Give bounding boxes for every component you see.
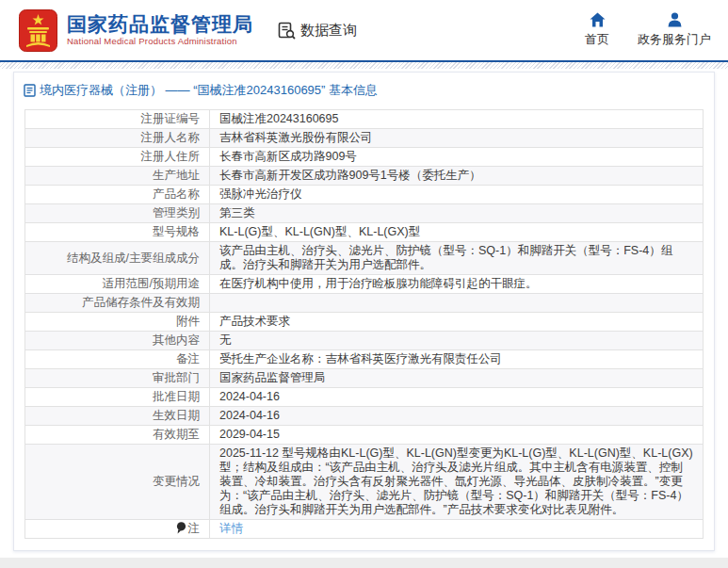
row-label-text: 型号规格 <box>153 225 200 238</box>
table-row: 备注受托生产企业名称：吉林省科英医疗激光有限责任公司 <box>25 350 704 369</box>
row-value-text: 2024-04-16 <box>219 409 280 422</box>
data-query-entry[interactable]: 数据查询 <box>278 22 357 40</box>
row-value-text: 国械注准20243160695 <box>219 112 338 125</box>
row-label-text: 产品名称 <box>153 187 200 201</box>
row-label-text: 其他内容 <box>153 333 200 347</box>
nav-home-label: 首页 <box>585 31 609 48</box>
row-value-text: 强脉冲光治疗仪 <box>219 187 302 201</box>
row-value: 受托生产企业名称：吉林省科英医疗激光有限责任公司 <box>210 350 704 369</box>
table-row: 注册人住所长春市高新区成功路909号 <box>25 148 704 167</box>
table-row: 产品名称强脉冲光治疗仪 <box>25 186 704 204</box>
row-label: 结构及组成/主要组成成分 <box>25 242 210 275</box>
org-titles: 国家药品监督管理局 National Medical Products Admi… <box>67 13 253 47</box>
row-label: 适用范围/预期用途 <box>25 275 210 294</box>
breadcrumb-text: 境内医疗器械（注册） —— “国械注准20243160695” 基本信息 <box>40 82 378 99</box>
row-value-text: 第三类 <box>219 206 255 219</box>
doc-search-icon <box>278 22 296 40</box>
row-label-text: 生产地址 <box>153 169 200 182</box>
header: 国家药品监督管理局 National Medical Products Admi… <box>0 0 728 60</box>
row-label: 其他内容 <box>25 332 210 350</box>
nav-item-portal[interactable]: 政务服务门户 <box>638 12 711 48</box>
row-value: 长春市高新开发区成功路909号1号楼（委托生产） <box>210 167 704 186</box>
table-row: 有效期至2029-04-15 <box>25 426 704 445</box>
top-nav: 首页 政务服务门户 <box>557 12 711 48</box>
table-row: 注册证编号国械注准20243160695 <box>25 110 704 129</box>
row-label-text: 注册人名称 <box>141 131 201 144</box>
row-label: 管理类别 <box>25 204 210 223</box>
table-row: 附件产品技术要求 <box>25 313 704 332</box>
data-query-label: 数据查询 <box>300 22 357 40</box>
row-label-text: 注 <box>188 522 201 535</box>
row-label: 注册人名称 <box>25 129 210 148</box>
row-value: 2025-11-12 型号规格由KL-L(G)型、KL-L(GN)型变更为KL-… <box>210 445 704 520</box>
table-row: 批准日期2024-04-16 <box>25 388 704 407</box>
user-icon <box>667 12 683 27</box>
row-value-text: 国家药品监督管理局 <box>219 371 326 384</box>
row-value: 详情 <box>210 520 704 539</box>
table-row: 型号规格KL-L(G)型、KL-L(GN)型、KL-L(GX)型 <box>25 223 704 242</box>
row-value: 无 <box>210 332 704 350</box>
row-value-text: 在医疗机构中使用，用于治疗睑板腺功能障碍引起的干眼症。 <box>219 277 538 290</box>
table-row: 注册人名称吉林省科英激光股份有限公司 <box>25 129 704 148</box>
nav-portal-label: 政务服务门户 <box>638 31 711 48</box>
row-value-text: 无 <box>219 333 232 347</box>
row-value: 国家药品监督管理局 <box>210 369 704 388</box>
row-label-text: 结构及组成/主要组成成分 <box>67 252 200 265</box>
row-value: 长春市高新区成功路909号 <box>210 148 704 167</box>
row-value: 吉林省科英激光股份有限公司 <box>210 129 704 148</box>
row-value: 强脉冲光治疗仪 <box>210 186 704 204</box>
row-label: 注册证编号 <box>25 110 210 129</box>
registration-info-table: 注册证编号国械注准20243160695注册人名称吉林省科英激光股份有限公司注册… <box>24 109 704 539</box>
org-name-cn: 国家药品监督管理局 <box>67 13 253 36</box>
row-label: 生产地址 <box>25 167 210 186</box>
nmpa-emblem-logo <box>19 9 57 52</box>
row-label: 变更情况 <box>25 445 210 520</box>
org-name-en: National Medical Products Administration <box>67 36 253 47</box>
nav-item-home[interactable]: 首页 <box>585 12 609 48</box>
row-value-text: 2029-04-15 <box>219 428 280 441</box>
document-icon <box>24 84 36 97</box>
row-label-text: 适用范围/预期用途 <box>103 277 200 290</box>
breadcrumb: 境内医疗器械（注册） —— “国械注准20243160695” 基本信息 <box>14 73 714 107</box>
row-label-text: 审批部门 <box>153 371 200 384</box>
row-value-text: 长春市高新区成功路909号 <box>219 150 357 163</box>
row-value-text: 吉林省科英激光股份有限公司 <box>219 131 373 144</box>
row-label-text: 批准日期 <box>153 390 200 403</box>
row-label: 型号规格 <box>25 223 210 242</box>
row-value-text: 2024-04-16 <box>219 390 280 403</box>
row-value-text: 2025-11-12 型号规格由KL-L(G)型、KL-L(GN)型变更为KL-… <box>219 446 693 516</box>
row-label-text: 注册证编号 <box>141 112 201 125</box>
row-label-text: 附件 <box>176 315 200 328</box>
table-row: 结构及组成/主要组成成分该产品由主机、治疗头、滤光片、防护镜（型号：SQ-1）和… <box>25 242 704 275</box>
row-label: 注 <box>25 520 210 539</box>
row-label-text: 产品储存条件及有效期 <box>82 296 200 309</box>
row-value-text: 产品技术要求 <box>219 315 290 328</box>
row-value: 该产品由主机、治疗头、滤光片、防护镜（型号：SQ-1）和脚踏开关（型号：FS-4… <box>210 242 704 275</box>
row-label-text: 管理类别 <box>153 206 200 219</box>
row-label: 产品名称 <box>25 186 210 204</box>
row-label: 备注 <box>25 350 210 369</box>
row-value: 国械注准20243160695 <box>210 110 704 129</box>
row-value: 2024-04-16 <box>210 407 704 426</box>
table-row: 管理类别第三类 <box>25 204 704 223</box>
row-label: 有效期至 <box>25 426 210 445</box>
row-value-text: 该产品由主机、治疗头、滤光片、防护镜（型号：SQ-1）和脚踏开关（型号：FS-4… <box>219 244 672 271</box>
row-value: 产品技术要求 <box>210 313 704 332</box>
row-label-text: 备注 <box>176 352 200 365</box>
row-label: 产品储存条件及有效期 <box>25 294 210 313</box>
row-label-text: 变更情况 <box>153 475 200 488</box>
details-link[interactable]: 详情 <box>219 522 243 535</box>
table-row: 生效日期2024-04-16 <box>25 407 704 426</box>
table-row: 适用范围/预期用途在医疗机构中使用，用于治疗睑板腺功能障碍引起的干眼症。 <box>25 275 704 294</box>
table-row: 变更情况2025-11-12 型号规格由KL-L(G)型、KL-L(GN)型变更… <box>25 445 704 520</box>
row-label: 注册人住所 <box>25 148 210 167</box>
hatched-band <box>0 62 728 69</box>
row-label: 批准日期 <box>25 388 210 407</box>
row-value-text: KL-L(G)型、KL-L(GN)型、KL-L(GX)型 <box>219 225 420 238</box>
row-value-text: 长春市高新开发区成功路909号1号楼（委托生产） <box>219 169 481 182</box>
row-value: 2024-04-16 <box>210 388 704 407</box>
footer-band <box>0 558 728 568</box>
row-value-text: 受托生产企业名称：吉林省科英医疗激光有限责任公司 <box>219 352 502 365</box>
table-row: 生产地址长春市高新开发区成功路909号1号楼（委托生产） <box>25 167 704 186</box>
table-row: 审批部门国家药品监督管理局 <box>25 369 704 388</box>
